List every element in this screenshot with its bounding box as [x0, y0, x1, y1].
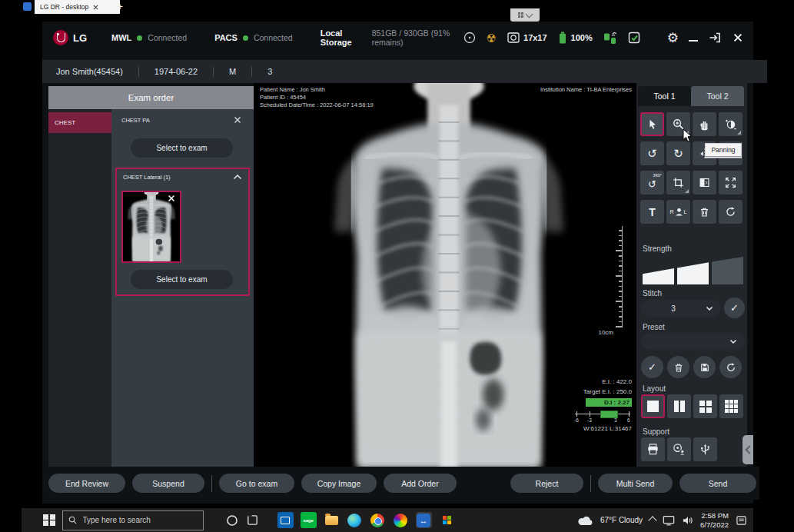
- tool-text-button[interactable]: T: [640, 200, 664, 224]
- tool-crop-button[interactable]: [666, 171, 690, 195]
- exam1-close-icon[interactable]: [234, 116, 241, 124]
- trash-icon: [699, 206, 710, 218]
- preset-confirm-button[interactable]: ✓: [641, 356, 663, 378]
- new-tab-button[interactable]: +: [118, 2, 123, 12]
- preset-delete-button[interactable]: [667, 356, 689, 378]
- settings-gear-icon[interactable]: ⚙: [667, 32, 679, 45]
- suspend-button[interactable]: Suspend: [132, 474, 204, 493]
- storage-value: 851GB / 930GB (91% remains): [372, 28, 463, 47]
- exam2-select-button[interactable]: Select to exam: [131, 270, 233, 289]
- print-button[interactable]: [641, 437, 665, 461]
- teamviewer-icon[interactable]: ↔: [416, 512, 432, 528]
- reject-button[interactable]: Reject: [510, 474, 583, 493]
- outlook-icon[interactable]: [277, 512, 294, 528]
- dock-grid-icon: [518, 12, 524, 18]
- exam1-select-button[interactable]: Select to exam: [131, 138, 233, 158]
- file-explorer-icon[interactable]: [324, 512, 340, 528]
- taskbar-search[interactable]: [62, 510, 204, 530]
- refresh-icon: [726, 362, 736, 373]
- tool-rl-marker-button[interactable]: R L: [666, 200, 690, 224]
- pacs-status: PACS Connected: [214, 33, 293, 42]
- strength-segment-3[interactable]: [712, 257, 743, 284]
- tool-fit-screen-button[interactable]: [719, 171, 743, 195]
- edge-icon[interactable]: [347, 512, 363, 528]
- thumbnail-delete-icon[interactable]: [168, 195, 175, 202]
- task-view-icon[interactable]: [246, 514, 259, 527]
- stitch-apply-button[interactable]: ✓: [724, 298, 745, 318]
- ruler: [614, 226, 623, 328]
- patient-exam-count: 3: [267, 67, 272, 76]
- preset-dropdown[interactable]: [641, 333, 745, 350]
- teamviewer-side-handle[interactable]: [743, 435, 753, 464]
- layout-1x1-button[interactable]: [641, 394, 665, 418]
- fit-screen-icon: [725, 177, 736, 188]
- tool-brightness-contrast-button[interactable]: [719, 112, 743, 136]
- exposure-index: E.I. : 422.0: [602, 378, 632, 386]
- teamviewer-dock-widget[interactable]: [510, 8, 540, 22]
- checklist-icon[interactable]: [627, 31, 641, 45]
- tab-tool2[interactable]: Tool 2: [691, 86, 744, 106]
- start-button[interactable]: [43, 514, 55, 527]
- minimize-icon[interactable]: [689, 40, 698, 42]
- tool-grid: ↺ ↻ ↺ 360° T R L: [640, 112, 743, 224]
- photos-icon[interactable]: [439, 512, 455, 528]
- mwl-status-dot: [137, 35, 142, 41]
- tool-rotate-360-button[interactable]: ↺ 360°: [640, 171, 664, 195]
- end-review-button[interactable]: End Review: [48, 474, 125, 493]
- tab-close-icon[interactable]: [93, 5, 98, 10]
- image-viewer[interactable]: Patient Name : Jon Smith Patient ID : 45…: [254, 83, 636, 467]
- cursor-icon: [646, 118, 659, 131]
- tray-expand-icon[interactable]: [648, 516, 656, 524]
- add-order-button[interactable]: Add Order: [384, 474, 457, 493]
- bodypart-label: CHEST: [55, 119, 75, 126]
- bodypart-item-chest[interactable]: CHEST: [48, 112, 118, 133]
- action-center-icon[interactable]: [736, 515, 747, 526]
- copy-image-button[interactable]: Copy Image: [301, 474, 377, 493]
- search-icon: [68, 516, 77, 524]
- volume-icon[interactable]: [682, 515, 693, 526]
- weather-text[interactable]: 67°F Cloudy: [600, 516, 643, 524]
- patient-birthdate: 1974-06-22: [154, 67, 198, 76]
- search-input[interactable]: [81, 515, 184, 525]
- cd-export-button[interactable]: [667, 437, 691, 461]
- cortana-icon[interactable]: [225, 514, 239, 527]
- lg-logo-icon: [53, 30, 68, 45]
- tool-delete-button[interactable]: [693, 200, 716, 224]
- stitch-dropdown[interactable]: 3: [641, 300, 721, 317]
- pinwheel-app-icon[interactable]: [393, 512, 409, 528]
- send-button[interactable]: Send: [679, 474, 756, 493]
- preset-reset-button[interactable]: [719, 356, 742, 378]
- save-icon: [699, 362, 710, 373]
- usb-export-button[interactable]: [693, 437, 717, 461]
- layout-2x2-button[interactable]: [693, 394, 717, 418]
- layout-3x3-button[interactable]: [719, 394, 743, 418]
- collapse-chevron-up-icon[interactable]: [233, 174, 242, 180]
- logout-icon[interactable]: [708, 31, 722, 45]
- go-to-exam-button[interactable]: Go to exam: [219, 474, 294, 493]
- tool-reset-button[interactable]: [719, 200, 743, 224]
- tool-invert-button[interactable]: [693, 171, 716, 195]
- tool-rotate-cw-button[interactable]: ↻: [666, 141, 690, 165]
- tool-zoom-button[interactable]: [666, 112, 690, 136]
- chrome-icon[interactable]: [370, 512, 386, 528]
- browser-app-icon: [23, 2, 32, 11]
- tool-rotate-ccw-button[interactable]: ↺: [640, 141, 664, 165]
- tool-pan-button[interactable]: [693, 112, 716, 136]
- layout-1x1-icon: [647, 401, 659, 412]
- strength-segment-1[interactable]: [643, 257, 674, 284]
- close-app-icon[interactable]: [732, 32, 744, 44]
- tool-select-button[interactable]: [640, 112, 664, 136]
- multi-send-button[interactable]: Multi Send: [598, 474, 673, 493]
- display-tray-icon[interactable]: [663, 515, 675, 526]
- overlay-institution: Institution Name : TI-BA Enterprises: [540, 86, 632, 94]
- clock[interactable]: 2:58 PM 6/7/2022: [700, 511, 729, 530]
- sage-icon[interactable]: sage: [301, 512, 317, 528]
- layout-1x2-button[interactable]: [667, 394, 691, 418]
- browser-tab[interactable]: LG DR - desktop: [35, 0, 120, 14]
- strength-label: Strength: [643, 244, 672, 253]
- strength-control[interactable]: [643, 257, 743, 284]
- chevron-down-icon: [729, 339, 737, 344]
- tab-tool1[interactable]: Tool 1: [638, 86, 691, 106]
- preset-save-button[interactable]: [693, 356, 716, 378]
- strength-segment-2[interactable]: [677, 257, 709, 284]
